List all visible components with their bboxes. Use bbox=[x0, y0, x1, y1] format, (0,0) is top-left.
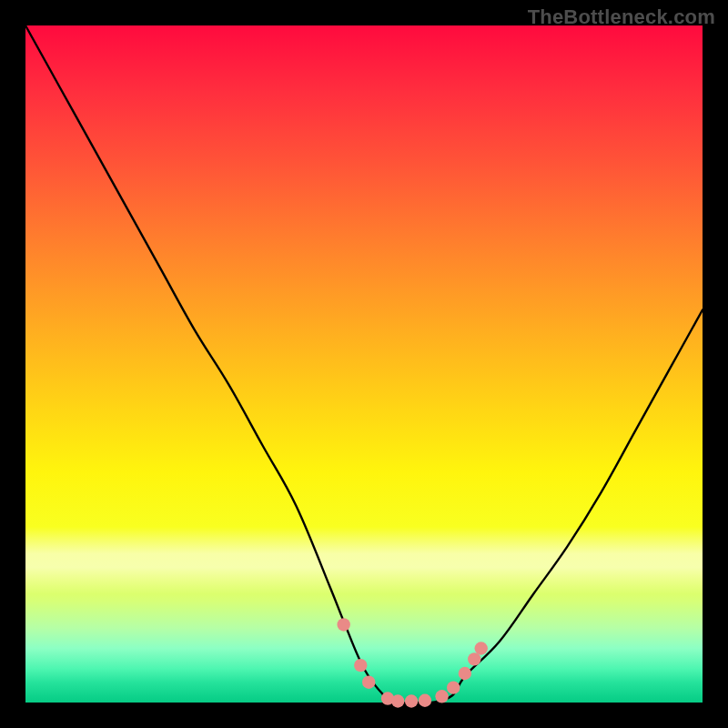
marker-dot bbox=[419, 694, 431, 707]
marker-dot bbox=[337, 618, 349, 631]
marker-dots bbox=[337, 618, 487, 707]
marker-dot bbox=[405, 694, 418, 707]
marker-dot bbox=[475, 642, 488, 654]
marker-dot bbox=[468, 652, 480, 665]
chart-frame: TheBottleneck.com bbox=[0, 0, 728, 728]
chart-svg bbox=[25, 25, 703, 703]
marker-dot bbox=[354, 659, 367, 672]
marker-dot bbox=[381, 692, 394, 704]
marker-dot bbox=[447, 681, 460, 693]
plot-area bbox=[25, 25, 703, 703]
marker-dot bbox=[459, 667, 471, 680]
curve-line bbox=[25, 25, 703, 703]
marker-dot bbox=[391, 694, 404, 707]
marker-dot bbox=[362, 675, 375, 688]
highlight-band bbox=[25, 527, 703, 594]
marker-dot bbox=[435, 690, 448, 703]
